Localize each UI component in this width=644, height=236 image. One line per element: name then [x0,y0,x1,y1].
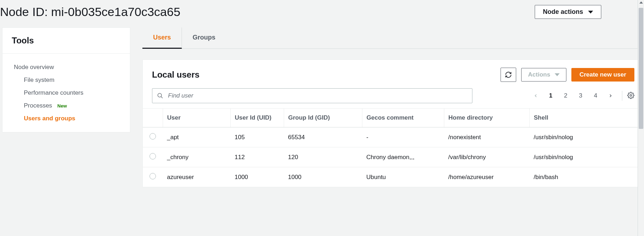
sidebar-item-label: Performance counters [24,89,83,96]
page-next[interactable] [604,89,617,102]
cell-gid: 120 [284,147,362,167]
tabs: Users Groups [142,27,644,49]
cell-user: _chrony [163,147,230,167]
chevron-right-icon [608,93,613,98]
settings-button[interactable] [627,92,634,100]
content-area: Users Groups Local users A [130,27,644,187]
search-icon [157,93,163,99]
col-home[interactable]: Home directory [444,109,529,127]
sidebar-nav: Node overview File system Performance co… [2,54,130,132]
col-user[interactable]: User [163,109,230,127]
gear-icon [627,92,634,99]
page-2[interactable]: 2 [559,89,572,102]
cell-gecos: Chrony daemon,,, [362,147,444,167]
local-users-card: Local users Actions Create new user [142,59,644,187]
sidebar-item-processes[interactable]: Processes New [14,99,130,112]
cell-home: /home/azureuser [444,167,529,187]
page-4[interactable]: 4 [589,89,602,102]
cell-gid: 65534 [284,127,362,147]
sidebar-item-users-and-groups[interactable]: Users and groups [14,112,130,125]
col-gecos[interactable]: Gecos comment [362,109,444,127]
pagination: 1 2 3 4 [529,89,634,102]
page-3[interactable]: 3 [574,89,587,102]
node-actions-label: Node actions [543,8,583,16]
actions-label: Actions [528,71,550,78]
sidebar-item-label: Processes [24,102,52,109]
cell-shell: /bin/bash [529,167,644,187]
actions-button[interactable]: Actions [521,68,566,82]
table-row[interactable]: _chrony 112 120 Chrony daemon,,, /var/li… [143,147,644,167]
row-radio[interactable] [150,173,156,179]
card-title: Local users [152,70,496,80]
cell-user: _apt [163,127,230,147]
tab-groups[interactable]: Groups [182,27,226,48]
cell-uid: 112 [230,147,284,167]
tab-label: Users [153,34,171,41]
new-badge: New [57,103,67,109]
cell-home: /nonexistent [444,127,529,147]
cell-shell: /usr/sbin/nolog [529,127,644,147]
cell-uid: 105 [230,127,284,147]
scrollbar[interactable] [638,0,644,236]
cell-uid: 1000 [230,167,284,187]
cell-user: azureuser [163,167,230,187]
sidebar-item-performance-counters[interactable]: Performance counters [14,86,130,99]
node-actions-button[interactable]: Node actions [535,5,601,19]
svg-point-2 [630,94,632,96]
col-uid[interactable]: User Id (UID) [230,109,284,127]
users-table: User User Id (UID) Group Id (GID) Gecos … [143,108,644,187]
col-shell[interactable]: Shell [529,109,644,127]
divider [622,91,622,101]
create-label: Create new user [580,71,626,78]
table-row[interactable]: _apt 105 65534 - /nonexistent /usr/sbin/… [143,127,644,147]
cell-gecos: Ubuntu [362,167,444,187]
caret-down-icon [588,11,593,14]
sidebar-title: Tools [12,36,121,46]
create-new-user-button[interactable]: Create new user [571,68,634,82]
tab-label: Groups [193,34,215,41]
cell-gid: 1000 [284,167,362,187]
refresh-button[interactable] [501,68,516,82]
search-input[interactable] [152,88,472,103]
cell-home: /var/lib/chrony [444,147,529,167]
refresh-icon [505,71,512,78]
table-row[interactable]: azureuser 1000 1000 Ubuntu /home/azureus… [143,167,644,187]
tab-users[interactable]: Users [142,27,182,49]
sidebar-item-label: File system [24,77,54,83]
sidebar-item-file-system[interactable]: File system [14,74,130,86]
scroll-thumb[interactable] [639,8,643,129]
row-radio[interactable] [150,153,156,159]
svg-line-1 [161,96,163,98]
scroll-up-icon [639,1,643,4]
svg-point-0 [158,93,162,97]
sidebar-item-label: Users and groups [24,115,75,122]
cell-gecos: - [362,127,444,147]
col-select [143,109,163,127]
page-title: Node ID: mi-0b035ce1a70c3ca65 [0,5,180,19]
sidebar-item-label: Node overview [14,64,54,70]
chevron-left-icon [533,93,538,98]
caret-down-icon [555,73,560,76]
cell-shell: /usr/sbin/nolog [529,147,644,167]
sidebar-item-node-overview[interactable]: Node overview [14,61,130,74]
page-1[interactable]: 1 [544,89,557,102]
row-radio[interactable] [150,133,156,140]
page-prev[interactable] [529,89,542,102]
col-gid[interactable]: Group Id (GID) [284,109,362,127]
sidebar: Tools Node overview File system Performa… [2,27,130,132]
